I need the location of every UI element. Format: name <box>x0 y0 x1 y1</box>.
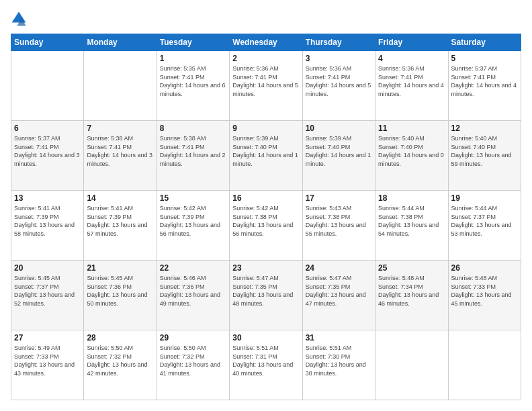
day-info: Sunrise: 5:37 AM Sunset: 7:41 PM Dayligh… <box>451 64 518 98</box>
day-number: 5 <box>451 54 518 63</box>
weekday-header-row: SundayMondayTuesdayWednesdayThursdayFrid… <box>11 34 521 51</box>
calendar-cell: 27Sunrise: 5:49 AM Sunset: 7:33 PM Dayli… <box>11 330 84 400</box>
calendar-cell: 28Sunrise: 5:50 AM Sunset: 7:32 PM Dayli… <box>84 330 157 400</box>
day-number: 14 <box>87 193 153 203</box>
day-number: 26 <box>451 263 518 273</box>
day-info: Sunrise: 5:45 AM Sunset: 7:37 PM Dayligh… <box>14 274 81 308</box>
calendar-cell: 10Sunrise: 5:39 AM Sunset: 7:40 PM Dayli… <box>302 121 375 191</box>
calendar-cell: 4Sunrise: 5:36 AM Sunset: 7:41 PM Daylig… <box>375 51 448 121</box>
page-header <box>11 11 521 27</box>
day-number: 31 <box>306 333 372 342</box>
logo-icon <box>11 11 27 27</box>
day-number: 17 <box>306 193 372 203</box>
day-info: Sunrise: 5:36 AM Sunset: 7:41 PM Dayligh… <box>378 64 445 98</box>
calendar-cell: 6Sunrise: 5:37 AM Sunset: 7:41 PM Daylig… <box>11 121 84 191</box>
day-number: 1 <box>160 54 226 63</box>
week-row-2: 6Sunrise: 5:37 AM Sunset: 7:41 PM Daylig… <box>11 121 521 191</box>
day-number: 13 <box>14 193 81 203</box>
weekday-friday: Friday <box>375 34 448 51</box>
day-info: Sunrise: 5:43 AM Sunset: 7:38 PM Dayligh… <box>306 204 372 238</box>
calendar-cell: 3Sunrise: 5:36 AM Sunset: 7:41 PM Daylig… <box>302 51 375 121</box>
day-info: Sunrise: 5:44 AM Sunset: 7:37 PM Dayligh… <box>451 204 518 238</box>
calendar-cell: 16Sunrise: 5:42 AM Sunset: 7:38 PM Dayli… <box>230 191 302 261</box>
day-number: 2 <box>232 54 299 63</box>
calendar-cell: 19Sunrise: 5:44 AM Sunset: 7:37 PM Dayli… <box>448 191 521 261</box>
calendar-table: SundayMondayTuesdayWednesdayThursdayFrid… <box>11 34 521 400</box>
calendar-cell <box>11 51 84 121</box>
calendar-cell: 12Sunrise: 5:40 AM Sunset: 7:40 PM Dayli… <box>448 121 521 191</box>
calendar-cell: 9Sunrise: 5:39 AM Sunset: 7:40 PM Daylig… <box>230 121 302 191</box>
calendar-cell: 22Sunrise: 5:46 AM Sunset: 7:36 PM Dayli… <box>157 261 229 330</box>
day-number: 7 <box>87 124 153 133</box>
day-number: 4 <box>378 54 445 63</box>
weekday-tuesday: Tuesday <box>157 34 229 51</box>
day-info: Sunrise: 5:38 AM Sunset: 7:41 PM Dayligh… <box>87 134 153 168</box>
day-info: Sunrise: 5:51 AM Sunset: 7:31 PM Dayligh… <box>232 344 299 377</box>
day-info: Sunrise: 5:40 AM Sunset: 7:40 PM Dayligh… <box>451 134 518 168</box>
day-info: Sunrise: 5:39 AM Sunset: 7:40 PM Dayligh… <box>306 134 372 168</box>
day-info: Sunrise: 5:51 AM Sunset: 7:30 PM Dayligh… <box>306 344 372 377</box>
day-info: Sunrise: 5:45 AM Sunset: 7:36 PM Dayligh… <box>87 274 153 308</box>
day-number: 12 <box>451 124 518 133</box>
calendar-cell: 13Sunrise: 5:41 AM Sunset: 7:39 PM Dayli… <box>11 191 84 261</box>
calendar-body: 1Sunrise: 5:35 AM Sunset: 7:41 PM Daylig… <box>11 51 521 400</box>
calendar-cell: 11Sunrise: 5:40 AM Sunset: 7:40 PM Dayli… <box>375 121 448 191</box>
calendar-cell: 18Sunrise: 5:44 AM Sunset: 7:38 PM Dayli… <box>375 191 448 261</box>
calendar-cell <box>448 330 521 400</box>
day-info: Sunrise: 5:48 AM Sunset: 7:34 PM Dayligh… <box>378 274 445 308</box>
day-info: Sunrise: 5:36 AM Sunset: 7:41 PM Dayligh… <box>232 64 299 98</box>
day-info: Sunrise: 5:50 AM Sunset: 7:32 PM Dayligh… <box>160 344 226 377</box>
week-row-3: 13Sunrise: 5:41 AM Sunset: 7:39 PM Dayli… <box>11 191 521 261</box>
day-number: 30 <box>232 333 299 342</box>
day-number: 8 <box>160 124 226 133</box>
calendar-cell: 31Sunrise: 5:51 AM Sunset: 7:30 PM Dayli… <box>302 330 375 400</box>
day-number: 23 <box>232 263 299 273</box>
calendar-cell: 8Sunrise: 5:38 AM Sunset: 7:41 PM Daylig… <box>157 121 229 191</box>
calendar-cell: 20Sunrise: 5:45 AM Sunset: 7:37 PM Dayli… <box>11 261 84 330</box>
day-info: Sunrise: 5:48 AM Sunset: 7:33 PM Dayligh… <box>451 274 518 308</box>
day-info: Sunrise: 5:44 AM Sunset: 7:38 PM Dayligh… <box>378 204 445 238</box>
day-number: 11 <box>378 124 445 133</box>
calendar-cell: 7Sunrise: 5:38 AM Sunset: 7:41 PM Daylig… <box>84 121 157 191</box>
calendar-cell: 15Sunrise: 5:42 AM Sunset: 7:39 PM Dayli… <box>157 191 229 261</box>
day-number: 16 <box>232 193 299 203</box>
day-number: 18 <box>378 193 445 203</box>
calendar-cell: 23Sunrise: 5:47 AM Sunset: 7:35 PM Dayli… <box>230 261 302 330</box>
calendar-cell: 14Sunrise: 5:41 AM Sunset: 7:39 PM Dayli… <box>84 191 157 261</box>
day-info: Sunrise: 5:39 AM Sunset: 7:40 PM Dayligh… <box>232 134 299 168</box>
day-info: Sunrise: 5:42 AM Sunset: 7:39 PM Dayligh… <box>160 204 226 238</box>
day-info: Sunrise: 5:49 AM Sunset: 7:33 PM Dayligh… <box>14 344 81 377</box>
weekday-saturday: Saturday <box>448 34 521 51</box>
day-number: 10 <box>306 124 372 133</box>
day-number: 25 <box>378 263 445 273</box>
day-info: Sunrise: 5:46 AM Sunset: 7:36 PM Dayligh… <box>160 274 226 308</box>
day-number: 21 <box>87 263 153 273</box>
calendar-cell: 30Sunrise: 5:51 AM Sunset: 7:31 PM Dayli… <box>230 330 302 400</box>
day-number: 22 <box>160 263 226 273</box>
weekday-sunday: Sunday <box>11 34 84 51</box>
day-info: Sunrise: 5:50 AM Sunset: 7:32 PM Dayligh… <box>87 344 153 377</box>
calendar-cell: 21Sunrise: 5:45 AM Sunset: 7:36 PM Dayli… <box>84 261 157 330</box>
day-info: Sunrise: 5:47 AM Sunset: 7:35 PM Dayligh… <box>232 274 299 308</box>
calendar-cell: 29Sunrise: 5:50 AM Sunset: 7:32 PM Dayli… <box>157 330 229 400</box>
calendar-cell: 5Sunrise: 5:37 AM Sunset: 7:41 PM Daylig… <box>448 51 521 121</box>
day-number: 15 <box>160 193 226 203</box>
week-row-1: 1Sunrise: 5:35 AM Sunset: 7:41 PM Daylig… <box>11 51 521 121</box>
day-info: Sunrise: 5:38 AM Sunset: 7:41 PM Dayligh… <box>160 134 226 168</box>
day-info: Sunrise: 5:41 AM Sunset: 7:39 PM Dayligh… <box>87 204 153 238</box>
day-number: 9 <box>232 124 299 133</box>
day-info: Sunrise: 5:37 AM Sunset: 7:41 PM Dayligh… <box>14 134 81 168</box>
day-info: Sunrise: 5:42 AM Sunset: 7:38 PM Dayligh… <box>232 204 299 238</box>
calendar-cell: 26Sunrise: 5:48 AM Sunset: 7:33 PM Dayli… <box>448 261 521 330</box>
calendar-cell: 25Sunrise: 5:48 AM Sunset: 7:34 PM Dayli… <box>375 261 448 330</box>
day-number: 19 <box>451 193 518 203</box>
day-number: 29 <box>160 333 226 342</box>
day-info: Sunrise: 5:35 AM Sunset: 7:41 PM Dayligh… <box>160 64 226 98</box>
day-info: Sunrise: 5:40 AM Sunset: 7:40 PM Dayligh… <box>378 134 445 168</box>
day-number: 3 <box>306 54 372 63</box>
logo <box>11 11 30 27</box>
weekday-monday: Monday <box>84 34 157 51</box>
calendar-cell: 1Sunrise: 5:35 AM Sunset: 7:41 PM Daylig… <box>157 51 229 121</box>
calendar-cell: 2Sunrise: 5:36 AM Sunset: 7:41 PM Daylig… <box>230 51 302 121</box>
calendar-cell <box>375 330 448 400</box>
